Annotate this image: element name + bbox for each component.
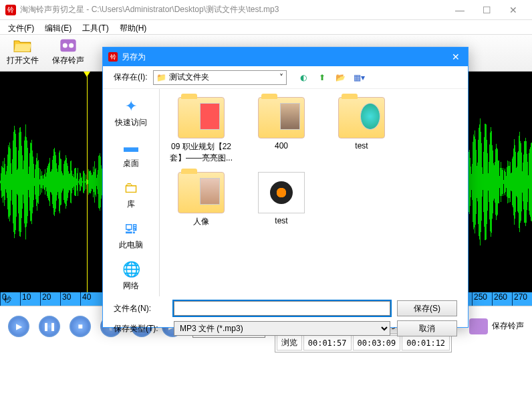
dialog-title: 另存为 bbox=[122, 52, 449, 63]
playhead-cursor[interactable] bbox=[87, 72, 88, 292]
tick: 10 bbox=[20, 292, 40, 306]
pause-button[interactable]: ❚❚ bbox=[39, 316, 60, 337]
stop-button[interactable]: ■ bbox=[70, 316, 91, 337]
save-ringtone-icon bbox=[469, 318, 488, 334]
chevron-down-icon: ˅ bbox=[279, 73, 283, 82]
svg-point-2 bbox=[69, 43, 74, 48]
file-item[interactable]: test bbox=[328, 97, 395, 164]
folder-icon bbox=[178, 172, 225, 213]
filetype-select[interactable]: MP3 文件 (*.mp3) bbox=[174, 321, 390, 336]
savein-combo[interactable]: 📁 测试文件夹 ˅ bbox=[153, 70, 287, 85]
minimize-button[interactable]: ― bbox=[446, 1, 473, 19]
app-icon: 铃 bbox=[5, 5, 16, 15]
titlebar: 铃 淘淘铃声剪切之星 - C:\Users\Administrator\Desk… bbox=[0, 0, 532, 20]
close-button[interactable]: ✕ bbox=[500, 1, 527, 19]
save-ringtone-side-button[interactable]: 保存铃声 bbox=[469, 318, 524, 334]
place-desktop[interactable]: ▬桌面 bbox=[118, 135, 144, 172]
open-file-button[interactable]: 打开文件 bbox=[7, 37, 39, 68]
pc-icon: 🖳 bbox=[120, 219, 142, 238]
new-folder-icon[interactable]: 📂 bbox=[335, 72, 347, 84]
savein-label: 保存在(I): bbox=[114, 72, 148, 83]
save-as-dialog: 铃 另存为 ✕ 保存在(I): 📁 测试文件夹 ˅ ◐ ⬆ 📂 ▦▾ ✦快速访问… bbox=[102, 47, 469, 328]
ruler-unit-label: 秒 bbox=[4, 294, 11, 304]
tick: 250 bbox=[472, 292, 492, 306]
tick: 40 bbox=[80, 292, 100, 306]
menu-help[interactable]: 帮助(H) bbox=[116, 21, 151, 33]
place-libraries[interactable]: 🗀库 bbox=[118, 176, 144, 213]
up-icon[interactable]: ⬆ bbox=[316, 72, 328, 84]
tick: 20 bbox=[40, 292, 60, 306]
back-icon[interactable]: ◐ bbox=[297, 72, 309, 84]
menu-tool[interactable]: 工具(T) bbox=[78, 21, 112, 33]
dialog-titlebar[interactable]: 铃 另存为 ✕ bbox=[103, 47, 468, 66]
folder-icon bbox=[258, 97, 305, 138]
desktop-icon: ▬ bbox=[120, 138, 142, 157]
file-item[interactable]: 09 职业规划【22套】——亮亮图... bbox=[168, 97, 235, 164]
dialog-close-button[interactable]: ✕ bbox=[449, 52, 462, 62]
filename-label: 文件名(N): bbox=[114, 303, 167, 314]
maximize-button[interactable]: ☐ bbox=[473, 1, 500, 19]
file-item[interactable]: 400 bbox=[248, 97, 315, 164]
star-icon: ✦ bbox=[120, 97, 142, 116]
folder-icon: 📁 bbox=[156, 73, 166, 82]
tick: 260 bbox=[492, 292, 512, 306]
menubar: 文件(F) 编辑(E) 工具(T) 帮助(H) bbox=[0, 20, 532, 35]
dialog-bottom: 文件名(N): 保存(S) 保存类型(T): MP3 文件 (*.mp3) 取消 bbox=[103, 296, 468, 343]
dialog-toolbar: 保存在(I): 📁 测试文件夹 ˅ ◐ ⬆ 📂 ▦▾ bbox=[103, 66, 468, 89]
folder-icon bbox=[178, 97, 225, 138]
save-ringtone-icon bbox=[59, 37, 78, 54]
folder-icon bbox=[338, 97, 385, 138]
tick: 270 bbox=[512, 292, 532, 306]
folder-open-icon bbox=[13, 37, 32, 54]
svg-point-1 bbox=[63, 43, 68, 48]
save-ringtone-button[interactable]: 保存铃声 bbox=[52, 37, 84, 68]
view-menu-icon[interactable]: ▦▾ bbox=[354, 72, 366, 84]
filename-input[interactable] bbox=[174, 301, 390, 316]
file-item[interactable]: 人像 bbox=[168, 172, 235, 227]
menu-file[interactable]: 文件(F) bbox=[4, 21, 38, 33]
save-button[interactable]: 保存(S) bbox=[397, 300, 457, 316]
window-title: 淘淘铃声剪切之星 - C:\Users\Administrator\Deskto… bbox=[20, 4, 446, 15]
file-list[interactable]: 09 职业规划【22套】——亮亮图... 400 test 人像 test bbox=[159, 89, 468, 296]
file-item[interactable]: test bbox=[248, 172, 315, 227]
place-quick-access[interactable]: ✦快速访问 bbox=[112, 94, 150, 131]
save-ringtone-label: 保存铃声 bbox=[52, 55, 84, 66]
open-file-label: 打开文件 bbox=[7, 55, 39, 66]
play-button[interactable]: ▶ bbox=[8, 316, 29, 337]
place-network[interactable]: 🌐网络 bbox=[118, 258, 144, 294]
library-icon: 🗀 bbox=[120, 179, 142, 197]
menu-edit[interactable]: 编辑(E) bbox=[41, 21, 76, 33]
mp3-file-icon bbox=[258, 172, 305, 213]
dialog-app-icon: 铃 bbox=[108, 52, 118, 62]
place-this-pc[interactable]: 🖳此电脑 bbox=[116, 217, 146, 254]
cancel-button[interactable]: 取消 bbox=[397, 320, 457, 336]
tick: 30 bbox=[60, 292, 80, 306]
network-icon: 🌐 bbox=[120, 260, 142, 279]
dialog-places-bar: ✦快速访问 ▬桌面 🗀库 🖳此电脑 🌐网络 bbox=[103, 89, 159, 296]
filetype-label: 保存类型(T): bbox=[114, 323, 167, 334]
